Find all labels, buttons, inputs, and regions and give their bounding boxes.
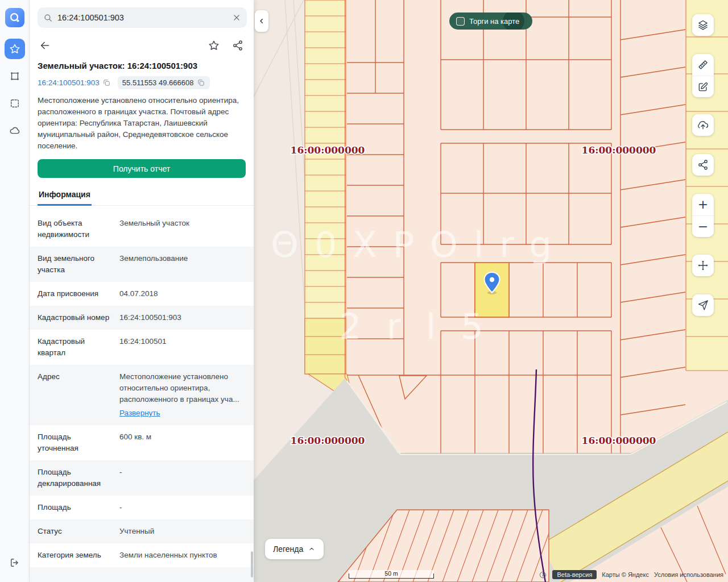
info-value: Местоположение установлено относительно … <box>113 371 247 419</box>
info-icon[interactable] <box>539 571 547 579</box>
clear-search-button[interactable] <box>232 13 241 22</box>
sidebar-item-favorites[interactable] <box>5 39 25 59</box>
panel-toolbar <box>30 32 254 52</box>
dashed-square-icon <box>9 98 20 109</box>
share-map-button[interactable] <box>692 154 714 176</box>
copy-icon <box>197 78 205 87</box>
copy-cadastral-button[interactable] <box>102 78 111 87</box>
info-value: - <box>113 502 247 513</box>
table-row: Вид объекта недвижимости Земельный участ… <box>30 211 254 247</box>
search-input[interactable] <box>57 13 228 22</box>
trades-label: Торги на карте <box>469 17 519 26</box>
info-panel: Земельный участок: 16:24:100501:903 16:2… <box>30 0 254 582</box>
cadastral-number-text: 16:24:100501:903 <box>38 78 100 87</box>
info-label: Категория земель <box>38 550 113 561</box>
logo-icon <box>9 11 21 24</box>
zoom-out-button[interactable]: − <box>692 215 714 237</box>
get-report-button[interactable]: Получить отчет <box>38 159 246 178</box>
scale-bar: 50 m <box>349 570 434 579</box>
info-value: Земельный участок <box>113 218 247 240</box>
navigation-arrow-icon <box>697 300 709 311</box>
table-row: Дата присвоения 04.07.2018 <box>30 282 254 306</box>
info-label: Статус <box>38 526 113 537</box>
copyright-link[interactable]: Карты © Яндекс <box>602 571 649 578</box>
polygon-tool-icon <box>9 70 20 82</box>
info-label: Площадь декларированная <box>38 467 113 489</box>
coordinates-chip: 55.511553 49.666608 <box>118 76 210 89</box>
info-value: Землепользование <box>113 253 247 276</box>
scale-label: 50 m <box>384 570 398 577</box>
cadastral-number-link[interactable]: 16:24:100501:903 <box>38 78 111 87</box>
table-row: Площадь уточненная 600 кв. м <box>30 425 254 460</box>
move-icon <box>697 260 709 271</box>
info-value: 16:24:100501:903 <box>113 312 247 323</box>
sidebar-item-polygon-tool[interactable] <box>5 66 25 86</box>
pencil-square-icon <box>697 81 709 93</box>
ruler-icon <box>697 59 709 70</box>
quarter-label: 16:00:000000 <box>582 435 656 446</box>
panel-scrollbar[interactable] <box>251 551 253 577</box>
sidebar-item-select-area[interactable] <box>5 93 25 114</box>
share-icon <box>697 159 709 171</box>
chips-row: 16:24:100501:903 55.511553 49.666608 <box>30 70 254 89</box>
quarter-label: 16:00:000000 <box>291 435 365 446</box>
info-table: Вид объекта недвижимости Земельный участ… <box>30 211 254 582</box>
info-label: Кадастровый номер <box>38 312 113 323</box>
share-button[interactable] <box>232 40 243 51</box>
cloud-icon <box>9 125 20 136</box>
zoom-in-button[interactable]: + <box>692 194 714 215</box>
trades-on-map-toggle[interactable]: Торги на карте <box>449 13 532 30</box>
watermark-line: Θ0XPOlrg <box>271 224 568 265</box>
table-row: Площадь декларированная - <box>30 460 254 496</box>
cadastral-map[interactable]: Θ0XPOlrg 2rl5 16:00:000000 16:00:000000 … <box>254 0 728 582</box>
ruler-button[interactable] <box>692 54 714 76</box>
locate-button[interactable] <box>692 294 714 316</box>
back-button[interactable] <box>39 39 51 52</box>
terms-link[interactable]: Условия использования <box>654 571 723 578</box>
info-label: Площадь <box>38 502 113 513</box>
info-value: Земли населенных пунктов <box>113 550 247 561</box>
info-value: - <box>113 467 247 489</box>
table-row: Категория земель Земли населенных пункто… <box>30 543 254 567</box>
icon-sidebar <box>0 0 30 582</box>
sidebar-item-cloud[interactable] <box>5 120 25 141</box>
table-row: Статус Учтенный <box>30 519 254 543</box>
beta-badge: Beta-версия <box>552 570 597 579</box>
layers-icon <box>697 19 709 31</box>
info-label: Площадь уточненная <box>38 431 113 454</box>
minus-icon: − <box>698 221 708 233</box>
expand-link[interactable]: Развернуть <box>119 408 160 419</box>
app-logo[interactable] <box>5 8 24 27</box>
pan-button[interactable] <box>692 255 714 276</box>
info-value: 600 кв. м <box>113 431 247 454</box>
tab-information[interactable]: Информация <box>38 185 92 206</box>
upload-button[interactable] <box>692 114 714 136</box>
coordinates-text: 55.511553 49.666608 <box>122 78 194 87</box>
legend-button[interactable]: Легенда <box>265 539 324 559</box>
info-label: Адрес <box>38 371 113 419</box>
copy-coordinates-button[interactable] <box>197 78 205 87</box>
map-area: Θ0XPOlrg 2rl5 16:00:000000 16:00:000000 … <box>254 0 728 582</box>
info-label: Вид земельного участка <box>38 253 113 276</box>
searchbar <box>38 7 247 28</box>
location-description: Местоположение установлено относительно … <box>30 89 254 152</box>
table-row: Кадастровый номер 16:24:100501:903 <box>30 306 254 330</box>
layers-button[interactable] <box>692 14 714 36</box>
collapse-panel-button[interactable] <box>255 10 268 32</box>
favorite-button[interactable] <box>208 40 220 51</box>
logout-icon <box>9 557 20 568</box>
sidebar-item-logout[interactable] <box>5 552 25 573</box>
quarter-label: 16:00:000000 <box>582 144 656 156</box>
copy-icon <box>102 78 111 87</box>
map-attribution: Beta-версия Карты © Яндекс Условия испол… <box>539 570 723 579</box>
trades-checkbox[interactable] <box>456 17 465 26</box>
table-row-address: Адрес Местоположение установлено относит… <box>30 365 254 425</box>
page-title: Земельный участок: 16:24:100501:903 <box>30 52 254 70</box>
star-icon <box>9 43 20 55</box>
info-value: 04.07.2018 <box>113 288 247 300</box>
edit-button[interactable] <box>692 76 714 97</box>
plus-icon: + <box>698 198 708 211</box>
tabs: Информация <box>30 185 254 206</box>
info-label: Кадастровый квартал <box>38 336 113 359</box>
table-row: Кадастровый квартал 16:24:100501 <box>30 330 254 365</box>
